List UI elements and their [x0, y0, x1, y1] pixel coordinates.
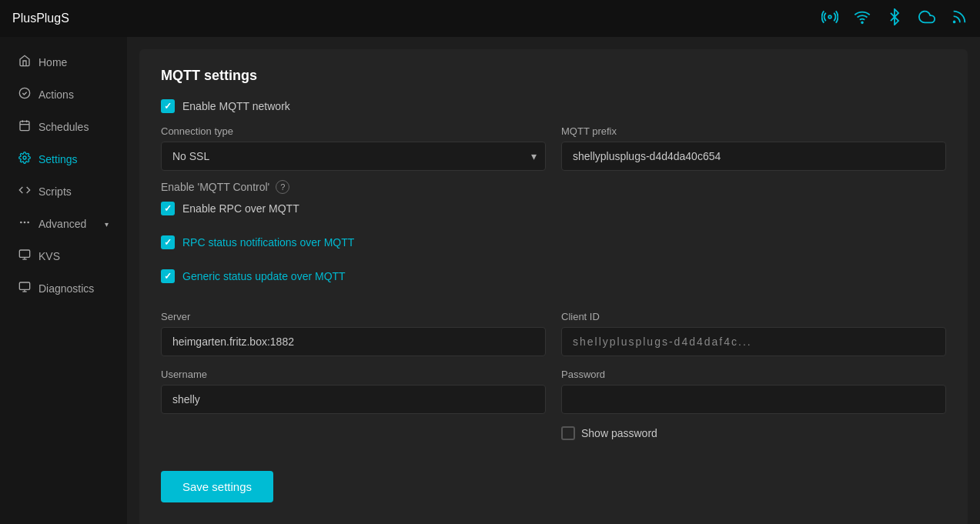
sidebar-item-settings[interactable]: Settings	[5, 144, 122, 175]
enable-rpc-row: Enable RPC over MQTT	[161, 202, 946, 215]
connection-type-select[interactable]: No SSL SSL SSL (No validation)	[161, 142, 546, 171]
svg-point-10	[28, 222, 28, 222]
diagnostics-icon	[18, 281, 31, 296]
svg-point-8	[23, 156, 26, 159]
mqtt-control-label: Enable 'MQTT Control'	[161, 181, 269, 193]
server-group: Server	[161, 311, 546, 356]
enable-rpc-checkbox[interactable]	[161, 202, 175, 215]
sidebar-item-diagnostics-label: Diagnostics	[38, 282, 94, 295]
mqtt-prefix-label: MQTT prefix	[561, 125, 946, 137]
svg-rect-4	[20, 122, 29, 131]
scripts-icon	[18, 184, 31, 199]
username-label: Username	[161, 369, 546, 380]
show-password-label: Show password	[581, 427, 657, 439]
wifi-radio-icon	[821, 8, 838, 29]
settings-icon	[18, 152, 31, 167]
server-input[interactable]	[161, 327, 546, 356]
svg-rect-15	[19, 282, 29, 289]
generic-status-row: Generic status update over MQTT	[161, 269, 946, 283]
connection-prefix-row: Connection type No SSL SSL SSL (No valid…	[161, 125, 946, 171]
username-input[interactable]	[161, 385, 546, 414]
client-id-input[interactable]	[561, 327, 946, 356]
connection-type-select-wrap: No SSL SSL SSL (No validation) ▾	[161, 142, 546, 171]
server-clientid-row: Server Client ID	[161, 311, 946, 356]
enable-mqtt-checkbox[interactable]	[161, 99, 175, 113]
sidebar-item-actions-label: Actions	[38, 88, 74, 101]
generic-status-checkbox[interactable]	[161, 269, 175, 283]
rpc-status-checkbox[interactable]	[161, 235, 175, 249]
sidebar-item-home[interactable]: Home	[5, 47, 122, 78]
svg-point-9	[24, 222, 25, 222]
sidebar-item-diagnostics[interactable]: Diagnostics	[5, 273, 122, 304]
server-label: Server	[161, 311, 546, 322]
enable-rpc-label: Enable RPC over MQTT	[182, 202, 299, 215]
mqtt-prefix-input[interactable]	[561, 142, 946, 171]
panel-title: MQTT settings	[161, 68, 946, 84]
mqtt-help-icon[interactable]: ?	[276, 180, 289, 194]
sidebar-item-kvs-label: KVS	[38, 250, 60, 262]
password-input[interactable]	[561, 385, 946, 414]
svg-point-0	[828, 15, 831, 18]
sidebar-item-scripts-label: Scripts	[38, 185, 72, 198]
sidebar-item-advanced[interactable]: Advanced ▾	[5, 209, 122, 239]
rpc-status-row: RPC status notifications over MQTT	[161, 235, 946, 249]
cloud-icon	[918, 8, 935, 29]
show-password-row: Show password	[561, 426, 946, 440]
topbar-icons	[821, 8, 968, 29]
layout: Home Actions Schedules	[0, 37, 980, 524]
connection-type-label: Connection type	[161, 125, 546, 137]
actions-icon	[18, 87, 31, 102]
mqtt-prefix-group: MQTT prefix	[561, 125, 946, 171]
generic-status-label: Generic status update over MQTT	[182, 270, 346, 282]
svg-rect-12	[19, 250, 29, 257]
enable-mqtt-row: Enable MQTT network	[161, 99, 946, 113]
sidebar-item-schedules[interactable]: Schedules	[5, 112, 122, 142]
bluetooth-icon	[886, 8, 903, 29]
advanced-chevron-icon: ▾	[105, 220, 109, 229]
mqtt-settings-panel: MQTT settings Enable MQTT network Connec…	[139, 49, 968, 524]
sidebar: Home Actions Schedules	[0, 37, 127, 524]
svg-point-2	[954, 21, 955, 22]
schedules-icon	[18, 119, 31, 135]
svg-point-11	[21, 222, 22, 222]
connection-type-group: Connection type No SSL SSL SSL (No valid…	[161, 125, 546, 171]
mqtt-options-group: Enable RPC over MQTT RPC status notifica…	[161, 202, 946, 295]
username-group: Username	[161, 369, 546, 440]
client-id-group: Client ID	[561, 311, 946, 356]
topbar: PlusPlugS	[0, 0, 980, 37]
sidebar-item-scripts[interactable]: Scripts	[5, 176, 122, 207]
show-password-checkbox[interactable]	[561, 426, 575, 440]
svg-point-1	[861, 22, 863, 23]
sidebar-item-actions[interactable]: Actions	[5, 79, 122, 110]
home-icon	[18, 55, 31, 70]
sidebar-item-schedules-label: Schedules	[38, 121, 89, 133]
mqtt-control-row: Enable 'MQTT Control' ?	[161, 180, 946, 194]
password-label: Password	[561, 369, 946, 380]
save-settings-button[interactable]: Save settings	[161, 471, 273, 502]
sidebar-item-kvs[interactable]: KVS	[5, 241, 122, 272]
client-id-label: Client ID	[561, 311, 946, 322]
rpc-status-label: RPC status notifications over MQTT	[182, 236, 354, 249]
rss-icon	[951, 8, 968, 29]
app-title: PlusPlugS	[12, 12, 821, 25]
password-group: Password Show password	[561, 369, 946, 440]
kvs-icon	[18, 249, 31, 264]
wifi-icon	[854, 8, 871, 29]
sidebar-item-home-label: Home	[38, 56, 67, 68]
username-password-row: Username Password Show password	[161, 369, 946, 440]
advanced-icon	[18, 216, 31, 232]
svg-point-3	[19, 88, 29, 98]
enable-mqtt-label: Enable MQTT network	[182, 100, 290, 112]
sidebar-item-settings-label: Settings	[38, 153, 78, 165]
main-content: MQTT settings Enable MQTT network Connec…	[127, 37, 980, 524]
sidebar-item-advanced-label: Advanced	[38, 218, 86, 230]
